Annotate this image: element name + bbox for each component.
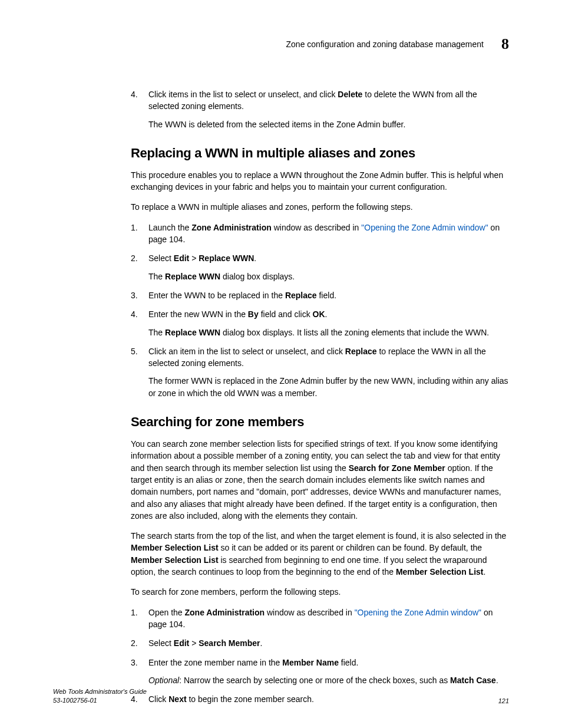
ui-label: By [248, 309, 259, 319]
step-subtext: The former WWN is replaced in the Zone A… [148, 375, 509, 399]
step-text: field and click [259, 309, 313, 319]
list-item: 1. Launch the Zone Administration window… [53, 222, 509, 246]
text: . [496, 676, 498, 685]
chapter-number: 8 [501, 35, 509, 53]
step-text: Select [148, 638, 174, 648]
text: The [148, 272, 165, 281]
ui-label: Member Selection List [396, 567, 484, 577]
step-number: 5. [131, 345, 138, 357]
footer-docnum: 53-1002756-01 [53, 696, 147, 704]
text: dialog box displays. It lists all the zo… [220, 328, 489, 337]
ui-label: Delete [338, 90, 362, 99]
step-text: field. [317, 291, 336, 300]
text: so it can be added or its parent or chil… [219, 543, 482, 552]
page-number: 121 [498, 697, 509, 704]
text: . [483, 567, 485, 577]
ui-label: Member Selection List [131, 543, 219, 552]
step-number: 4. [131, 88, 138, 100]
step-text: Open the [148, 608, 185, 617]
step-text: Enter the WWN to be replaced in the [148, 291, 285, 300]
ui-label: Edit [174, 253, 189, 263]
page: Zone configuration and zoning database m… [0, 0, 562, 728]
ui-label: Replace WWN [199, 253, 254, 263]
list-item: 4. Click items in the list to select or … [53, 88, 509, 130]
step-text: > [189, 253, 199, 263]
ui-label: Member Selection List [131, 555, 219, 565]
step-number: 1. [131, 222, 138, 233]
running-header: Zone configuration and zoning database m… [53, 35, 509, 53]
list-item: 5. Click an item in the list to select o… [53, 345, 509, 399]
step-text: > [189, 638, 199, 648]
page-footer: Web Tools Administrator's Guide 53-10027… [53, 687, 509, 704]
ui-label: Search Member [199, 638, 260, 648]
ui-label: Search for Zone Member [349, 463, 445, 473]
list-item: 2. Select Edit > Search Member. [53, 637, 509, 649]
header-title: Zone configuration and zoning database m… [286, 39, 484, 49]
paragraph: The search starts from the top of the li… [131, 530, 509, 578]
ui-label: Replace [285, 291, 317, 300]
footer-left: Web Tools Administrator's Guide 53-10027… [53, 687, 147, 704]
ui-label: Edit [174, 638, 189, 648]
step-text: . [260, 638, 263, 648]
footer-title: Web Tools Administrator's Guide [53, 687, 147, 696]
step-text: Click an item in the list to select or u… [148, 347, 345, 356]
step-text: . [254, 253, 256, 263]
steps-replace-wwn: 1. Launch the Zone Administration window… [53, 222, 509, 399]
list-item: 3. Enter the WWN to be replaced in the R… [53, 289, 509, 301]
step-subtext: The Replace WWN dialog box displays. It … [148, 327, 509, 338]
text: The [148, 328, 165, 337]
ui-label: Zone Administration [191, 223, 272, 232]
list-item: 2. Select Edit > Replace WWN. The Replac… [53, 252, 509, 282]
ui-label: Member Name [282, 658, 339, 667]
step-text: window as described in [272, 223, 362, 232]
step-text: . [325, 309, 328, 319]
text: : Narrow the search by selecting one or … [179, 676, 450, 685]
ui-label: Replace WWN [165, 272, 220, 281]
step-text: Enter the zone member name in the [148, 658, 282, 667]
list-item: 4. Enter the new WWN in the By field and… [53, 308, 509, 338]
step-number: 2. [131, 252, 138, 264]
step-text: Launch the [148, 223, 191, 232]
step-text: Enter the new WWN in the [148, 309, 248, 319]
step-number: 2. [131, 637, 138, 649]
section-heading-search-members: Searching for zone members [131, 414, 509, 430]
paragraph: To replace a WWN in multiple aliases and… [131, 201, 509, 213]
paragraph: This procedure enables you to replace a … [131, 169, 509, 193]
section-heading-replace-wwn: Replacing a WWN in multiple aliases and … [131, 146, 509, 161]
ui-label: OK [313, 309, 325, 319]
step-subtext: Optional: Narrow the search by selecting… [148, 674, 509, 686]
step-number: 3. [131, 289, 138, 301]
ui-label: Match Case [450, 676, 496, 685]
cross-reference-link[interactable]: "Opening the Zone Admin window" [355, 608, 481, 617]
prev-steps-list: 4. Click items in the list to select or … [53, 88, 509, 130]
text: dialog box displays. [220, 272, 295, 281]
ui-label: Replace [345, 347, 377, 356]
list-item: 1. Open the Zone Administration window a… [53, 607, 509, 631]
step-number: 3. [131, 657, 138, 668]
ui-label: Replace WWN [165, 328, 220, 337]
step-text: field. [339, 658, 358, 667]
list-item: 3. Enter the zone member name in the Mem… [53, 657, 509, 687]
text: The search starts from the top of the li… [131, 531, 506, 541]
step-number: 1. [131, 607, 138, 618]
paragraph: You can search zone member selection lis… [131, 438, 509, 522]
step-text: window as described in [265, 608, 355, 617]
ui-label: Zone Administration [185, 608, 265, 617]
paragraph: To search for zone members, perform the … [131, 586, 509, 598]
step-subtext: The Replace WWN dialog box displays. [148, 271, 509, 282]
text: Optional [148, 676, 179, 685]
step-number: 4. [131, 308, 138, 320]
cross-reference-link[interactable]: "Opening the Zone Admin window" [361, 223, 488, 232]
step-text: Select [148, 253, 174, 263]
step-subtext: The WWN is deleted from the selected ite… [148, 118, 509, 130]
step-text: Click items in the list to select or uns… [148, 90, 338, 99]
